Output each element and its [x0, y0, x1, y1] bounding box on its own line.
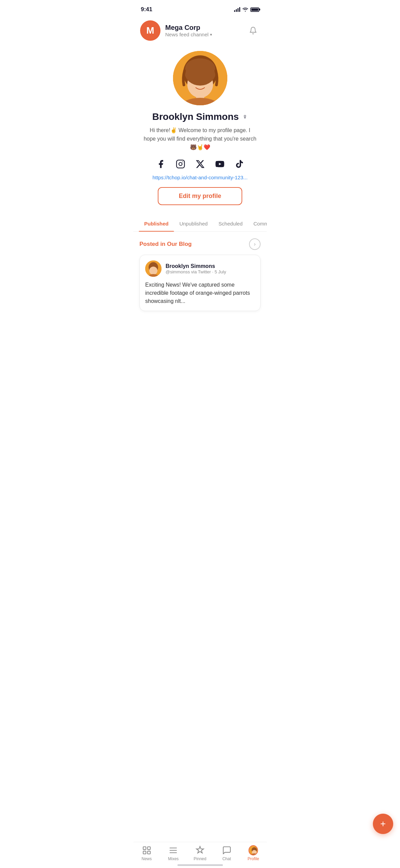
tab-comments[interactable]: Comments: [248, 216, 267, 231]
avatar-illustration: [173, 51, 227, 105]
facebook-icon[interactable]: [155, 158, 167, 170]
svg-rect-9: [176, 160, 184, 168]
status-bar: 9:41: [133, 0, 267, 17]
navigate-blog-button[interactable]: ›: [249, 238, 261, 250]
brand-logo[interactable]: M: [140, 20, 160, 41]
svg-point-10: [179, 163, 182, 166]
profile-bio: Hi there!✌️ Welcome to my profile page. …: [144, 126, 256, 151]
battery-icon: [250, 7, 259, 12]
x-twitter-icon[interactable]: [194, 158, 206, 170]
social-links: [155, 158, 245, 170]
bell-icon: [249, 26, 257, 35]
brand-logo-letter: M: [146, 25, 154, 36]
youtube-icon[interactable]: [214, 158, 226, 170]
instagram-icon[interactable]: [175, 158, 186, 170]
content-area: Posted in Our Blog › Brooklyn Simmon: [133, 232, 267, 314]
post-card-header: Brooklyn Simmons @simmonss via Twitter ·…: [145, 260, 255, 277]
post-card: Brooklyn Simmons @simmonss via Twitter ·…: [139, 255, 261, 311]
post-author: Brooklyn Simmons: [166, 263, 255, 269]
tab-scheduled[interactable]: Scheduled: [213, 216, 248, 231]
tiktok-icon[interactable]: [234, 158, 245, 170]
profile-section: Brooklyn Simmons ♀ Hi there!✌️ Welcome t…: [133, 44, 267, 211]
notification-button[interactable]: [246, 24, 260, 37]
profile-avatar[interactable]: [173, 51, 227, 105]
status-time: 9:41: [141, 6, 152, 13]
svg-point-8: [185, 58, 215, 77]
signal-icon: [234, 7, 240, 12]
brand-info: Mega Corp News feed channel ▾: [165, 24, 242, 37]
chevron-down-icon: ▾: [210, 32, 212, 37]
posted-in-row: Posted in Our Blog ›: [139, 238, 261, 250]
brand-subtitle[interactable]: News feed channel ▾: [165, 32, 242, 37]
edit-profile-button[interactable]: Edit my profile: [158, 187, 242, 205]
post-meta: Brooklyn Simmons @simmonss via Twitter ·…: [166, 263, 255, 274]
wifi-icon: [242, 7, 248, 13]
status-icons: [234, 7, 259, 13]
posted-in-label: Posted in Our Blog: [139, 241, 192, 248]
svg-point-11: [182, 162, 183, 162]
post-source: @simmonss via Twitter · 5 July: [166, 269, 255, 274]
gender-icon: ♀: [242, 112, 248, 121]
profile-name: Brooklyn Simmons ♀: [152, 111, 248, 122]
content-tabs: Published Unpublished Scheduled Comments: [133, 216, 267, 232]
app-header: M Mega Corp News feed channel ▾: [133, 17, 267, 44]
post-avatar-image: [145, 260, 161, 277]
profile-link[interactable]: https://tchop.io/chat-and-community-123.…: [152, 175, 247, 180]
tab-unpublished[interactable]: Unpublished: [174, 216, 213, 231]
tab-published[interactable]: Published: [139, 216, 174, 231]
post-body: Exciting News! We've captured some incre…: [145, 281, 255, 305]
brand-name: Mega Corp: [165, 24, 242, 32]
post-avatar[interactable]: [145, 260, 161, 277]
